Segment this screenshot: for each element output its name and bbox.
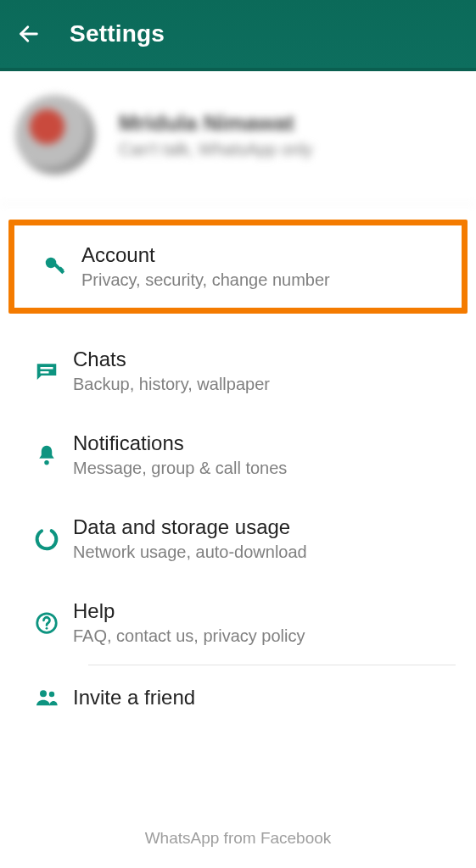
app-bar: Settings: [0, 0, 476, 71]
profile-row[interactable]: Mridula Nimawat Can't talk, WhatsApp onl…: [0, 71, 476, 204]
svg-point-11: [49, 692, 54, 697]
item-title: Invite a friend: [73, 686, 461, 709]
page-title: Settings: [70, 20, 165, 47]
settings-item-help[interactable]: Help FAQ, contact us, privacy policy: [0, 581, 476, 665]
svg-point-9: [46, 626, 48, 629]
settings-item-invite[interactable]: Invite a friend: [0, 665, 476, 730]
item-title: Notifications: [73, 431, 461, 455]
item-subtitle: Privacy, security, change number: [81, 270, 452, 290]
settings-item-notifications[interactable]: Notifications Message, group & call tone…: [0, 413, 476, 497]
avatar: [15, 95, 95, 175]
svg-rect-4: [41, 367, 53, 370]
item-title: Account: [81, 243, 452, 267]
item-subtitle: Message, group & call tones: [73, 459, 461, 478]
item-title: Help: [73, 599, 461, 623]
footer-text: WhatsApp from Facebook: [0, 829, 476, 868]
svg-rect-5: [41, 371, 49, 374]
arrow-back-icon: [17, 22, 41, 46]
profile-status: Can't talk, WhatsApp only: [119, 140, 312, 159]
svg-point-7: [34, 526, 60, 552]
data-usage-icon: [33, 526, 60, 553]
help-icon: [34, 610, 59, 636]
item-title: Chats: [73, 348, 461, 371]
back-button[interactable]: [12, 17, 46, 51]
item-subtitle: Network usage, auto-download: [73, 542, 461, 562]
people-icon: [33, 684, 60, 711]
svg-point-10: [40, 690, 47, 697]
item-title: Data and storage usage: [73, 515, 461, 539]
settings-item-account[interactable]: Account Privacy, security, change number: [8, 220, 468, 314]
profile-name: Mridula Nimawat: [119, 110, 312, 136]
item-subtitle: Backup, history, wallpaper: [73, 375, 461, 394]
bell-icon: [34, 442, 59, 468]
chat-icon: [34, 359, 59, 384]
key-icon: [42, 254, 68, 280]
svg-point-6: [44, 460, 49, 465]
svg-rect-2: [53, 262, 64, 273]
settings-item-data[interactable]: Data and storage usage Network usage, au…: [0, 497, 476, 581]
settings-list: Account Privacy, security, change number…: [0, 204, 476, 730]
settings-item-chats[interactable]: Chats Backup, history, wallpaper: [0, 329, 476, 413]
item-subtitle: FAQ, contact us, privacy policy: [73, 626, 461, 646]
